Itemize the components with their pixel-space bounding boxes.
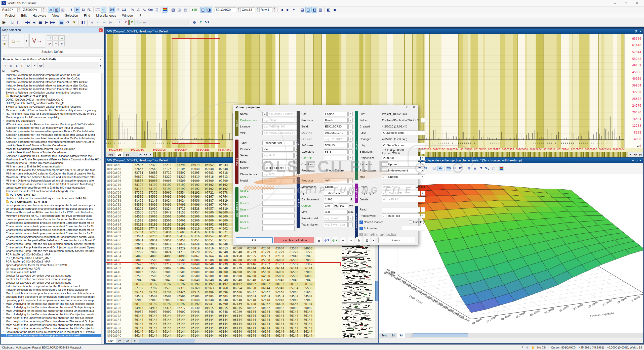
hex-cell[interactable]: 02556 [132,211,146,214]
hex-cell[interactable]: 07500 [216,215,230,218]
expand-button[interactable]: > [348,143,353,148]
minimize-icon[interactable]: ─ [632,159,634,162]
hex-cell[interactable]: 06220 [146,231,160,234]
hex-cell[interactable]: 07373 [132,191,146,194]
hex-cell[interactable]: 08192 [132,183,146,187]
hex-cell[interactable]: 06144 [146,314,160,318]
hex-cell[interactable]: 06144 [301,314,315,318]
hex-row[interactable]: 801CABFC08192081920819208192081920794107… [106,302,341,306]
field-input[interactable] [382,207,420,212]
hex-cell[interactable]: 05500 [160,215,174,218]
hex-cell[interactable]: 06144 [301,310,315,314]
hex-cell[interactable]: 07782 [146,286,160,290]
hex-cell[interactable]: 06144 [259,326,273,330]
hex-cell[interactable]: 06144 [188,326,202,330]
colorscale-button[interactable] [162,7,168,13]
search-maps-icon[interactable]: ∞ [59,35,65,40]
hex-cell[interactable]: 02048 [146,243,160,246]
tree-item[interactable]: Minimum Threshold for AGR-correction fac… [1,214,104,217]
width-32bit-button[interactable]: 32 [80,7,86,13]
binary-view-button[interactable]: 111 [121,7,127,13]
field-input[interactable]: 2.0 TDI 140 pk CR DP [262,166,294,170]
hex-cell[interactable]: 07578 [160,286,174,290]
tree-item[interactable]: Switch to Selection the amounts/torque c… [1,196,104,200]
hex-cell[interactable]: 00002 [132,310,146,314]
hex-cell[interactable]: 03584 [132,235,146,238]
decimal-view-button[interactable]: 255 [446,166,451,171]
factor-view-button[interactable]: *1 [478,166,484,171]
expand-button[interactable]: > [348,130,353,135]
tab-text[interactable]: Text [106,338,116,343]
hex-cell[interactable]: 02048 [202,298,216,302]
hex-row[interactable]: 801CAB7E05734057340573405325049150450604… [106,290,341,294]
hex-cell[interactable]: 03584 [188,294,202,298]
hex-cell[interactable]: 06144 [160,326,174,330]
hex-cell[interactable]: 08192 [174,187,188,191]
hex-cell[interactable]: 00957 [188,211,202,214]
hex-cell[interactable]: 06760 [216,286,230,290]
notes-icon[interactable]: ▨ [364,237,370,243]
hex-cell[interactable]: 06144 [301,334,315,337]
hex-cell[interactable]: 08192 [202,223,216,226]
hex-cell[interactable]: 03000 [188,258,202,262]
hex-cell[interactable]: 01560 [146,258,160,262]
zoom-field[interactable]: Z:50000% [22,7,42,12]
tree-item[interactable]: *operating point dependent air temperatu… [1,295,104,298]
hex-cell[interactable]: 08192 [216,223,230,226]
hex-cell[interactable]: 06144 [230,322,245,326]
tree-item[interactable]: mask for Conditions Oxidation catalyst S… [1,147,104,151]
user-tag-input[interactable] [402,226,425,231]
hex-cell[interactable]: 02048 [202,262,216,266]
hex-cell[interactable]: 06963 [160,191,174,194]
hex-cell[interactable]: 06144 [287,326,301,330]
tree-item[interactable]: Characteristic for Atmospheric correctio… [1,235,104,239]
hex-cell[interactable]: 05325 [174,290,188,294]
address-field[interactable]: 801CA9C0 [215,7,236,12]
expand-button[interactable]: > [348,191,353,196]
tree-item[interactable]: air mass value with AGR [1,270,104,274]
expand-button[interactable]: > [348,124,353,129]
hex-cell[interactable]: 02048 [216,310,230,314]
hex-cell[interactable]: 00000 [160,179,174,183]
hex-cell[interactable]: 08192 [160,223,174,226]
hex-cell[interactable]: 01713 [174,207,188,210]
export-doc-icon[interactable]: ▼ [71,20,77,25]
hex-cell[interactable]: 06144 [216,314,230,318]
hex-cell[interactable]: 01824 [160,207,174,210]
hex-cell[interactable]: 03584 [273,294,287,298]
checkbox-noread-marker[interactable]: ✓ [359,221,363,224]
more-button[interactable]: … [382,168,386,173]
hex-cell[interactable]: 08192 [188,302,202,306]
hex-cell[interactable]: 08192 [146,187,160,191]
hex-cell[interactable]: 02500 [174,270,188,274]
more-button[interactable]: … [421,149,425,154]
hex-cell[interactable]: 02105 [174,167,188,171]
hex-cell[interactable]: 00051 [174,239,188,242]
hex-cell[interactable]: 02507 [174,171,188,174]
tree-item[interactable]: Characteristic Ramp Rate the third On In… [1,249,104,253]
hex-cell[interactable]: 02048 [160,278,174,282]
tree-item[interactable]: Index to Selection the modeled reference… [1,87,104,91]
hex-cell[interactable]: 01433 [132,199,146,202]
hex-cell[interactable]: 03584 [259,294,273,298]
hex-cell[interactable]: 02173 [160,167,174,171]
hex-cell[interactable]: 04506 [146,195,160,198]
hex-cell[interactable]: 02048 [202,243,216,246]
tree-item[interactable]: *Map: Underlying for the Boost-tax share… [1,309,104,313]
field-input[interactable]: EDC17CP20 [324,124,348,129]
tree-item[interactable]: *Debounce to Review the simulated temper… [1,168,104,172]
output-kw-input[interactable]: 103 [339,203,348,208]
hex-cell[interactable]: 04915 [230,306,245,310]
close-icon[interactable]: ✕ [639,30,642,33]
field-input[interactable]: Eprom [387,162,420,167]
hex-cell[interactable]: 06144 [174,330,188,333]
hex-cell[interactable]: 06686 [273,302,287,306]
hex-cell[interactable]: 02048 [230,278,245,282]
hex-cell[interactable]: 08192 [146,302,160,306]
tree-item[interactable]: DDRC_DurDeb.OxiCat_numMonPasDebDef_C [1,101,104,105]
hex-cell[interactable]: 00939 [216,262,230,266]
field-input[interactable]: e.g. Map Pack [382,191,420,196]
hex-cell[interactable]: 02048 [160,211,174,214]
restore-icon[interactable]: 🗗 [635,30,637,33]
map-tool2-icon[interactable]: ◩ [182,7,188,13]
